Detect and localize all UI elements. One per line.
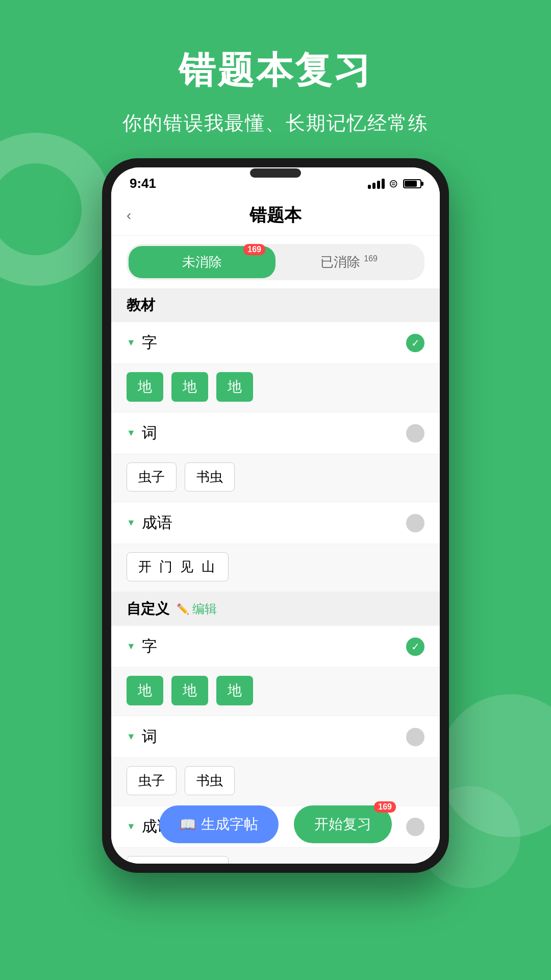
content-area: 教材 ▼ 字 ✓ 地 地 地 — [111, 288, 440, 864]
battery-icon — [403, 179, 421, 188]
word-chip[interactable]: 书虫 — [185, 766, 235, 795]
phone-frame: 9:41 ⊜ — [102, 158, 449, 873]
idiom-chip[interactable]: 开 门 见 山 — [127, 552, 229, 581]
start-review-button[interactable]: 开始复习 169 — [294, 805, 392, 843]
idiom-chip-2[interactable]: 开 门 见 山 — [127, 856, 229, 864]
status-icons: ⊜ — [368, 177, 421, 190]
tab-inactive[interactable]: 已消除 169 — [276, 246, 422, 278]
section-header-custom: 自定义 ✏️ 编辑 — [111, 592, 440, 626]
arrow-icon-ci-2: ▼ — [127, 731, 136, 742]
word-chip[interactable]: 虫子 — [127, 766, 177, 795]
char-chip[interactable]: 地 — [216, 676, 253, 705]
circle-empty-idiom-1[interactable] — [406, 514, 424, 532]
bg-circle-left — [0, 133, 112, 286]
category-row-zi-2[interactable]: ▼ 字 ✓ — [111, 626, 440, 668]
category-row-zi-1[interactable]: ▼ 字 ✓ — [111, 322, 440, 364]
signal-icon — [368, 179, 385, 189]
word-chip[interactable]: 书虫 — [185, 462, 235, 492]
items-row-zi-2: 地 地 地 — [111, 668, 440, 716]
arrow-icon-zi-1: ▼ — [127, 337, 136, 348]
char-chip[interactable]: 地 — [216, 372, 253, 402]
active-tab-badge: 169 — [243, 244, 265, 255]
circle-empty-ci-2[interactable] — [406, 728, 424, 746]
status-time: 9:41 — [130, 176, 156, 191]
generate-button[interactable]: 📖 生成字帖 — [159, 805, 279, 843]
arrow-icon-ci-1: ▼ — [127, 428, 136, 438]
items-row-ci-2: 虫子 书虫 — [111, 758, 440, 806]
book-icon: 📖 — [180, 817, 196, 832]
word-chip[interactable]: 虫子 — [127, 462, 177, 492]
pencil-icon: ✏️ — [177, 603, 189, 615]
back-button[interactable]: ‹ — [127, 207, 131, 224]
category-row-ci-2[interactable]: ▼ 词 — [111, 716, 440, 758]
category-row-idiom-1[interactable]: ▼ 成语 — [111, 502, 440, 544]
bottom-bar: 📖 生成字帖 开始复习 169 — [111, 805, 440, 843]
nav-bar: ‹ 错题本 — [111, 195, 440, 236]
items-row-zi-1: 地 地 地 — [111, 364, 440, 412]
items-row-idiom-1: 开 门 见 山 — [111, 544, 440, 592]
section-header-textbook: 教材 — [111, 288, 440, 322]
tab-bar: 未消除 169 已消除 169 — [111, 236, 440, 288]
nav-title: 错题本 — [249, 204, 302, 227]
header-section: 错题本复习 你的错误我最懂、长期记忆经常练 — [0, 0, 551, 136]
char-chip[interactable]: 地 — [127, 676, 163, 705]
char-chip[interactable]: 地 — [171, 676, 208, 705]
page-subtitle: 你的错误我最懂、长期记忆经常练 — [0, 110, 551, 136]
page-title: 错题本复习 — [0, 46, 551, 95]
arrow-icon-zi-2: ▼ — [127, 641, 136, 652]
tab-active[interactable]: 未消除 169 — [129, 246, 276, 278]
items-row-ci-1: 虫子 书虫 — [111, 454, 440, 502]
check-circle-zi-1[interactable]: ✓ — [406, 334, 424, 352]
check-circle-zi-2[interactable]: ✓ — [406, 638, 424, 656]
edit-button[interactable]: ✏️ 编辑 — [177, 601, 217, 617]
phone-mockup: 9:41 ⊜ — [102, 158, 449, 873]
circle-empty-ci-1[interactable] — [406, 424, 424, 443]
char-chip[interactable]: 地 — [171, 372, 208, 402]
tab-container: 未消除 169 已消除 169 — [127, 244, 424, 280]
char-chip[interactable]: 地 — [127, 372, 163, 402]
arrow-icon-idiom-1: ▼ — [127, 518, 136, 528]
items-row-idiom-2: 开 门 见 山 — [111, 848, 440, 864]
phone-screen: 9:41 ⊜ — [111, 167, 440, 864]
wifi-icon: ⊜ — [389, 177, 398, 190]
start-badge: 169 — [374, 801, 396, 813]
phone-speaker — [250, 168, 301, 178]
inactive-tab-badge: 169 — [364, 254, 378, 263]
category-row-ci-1[interactable]: ▼ 词 — [111, 412, 440, 454]
